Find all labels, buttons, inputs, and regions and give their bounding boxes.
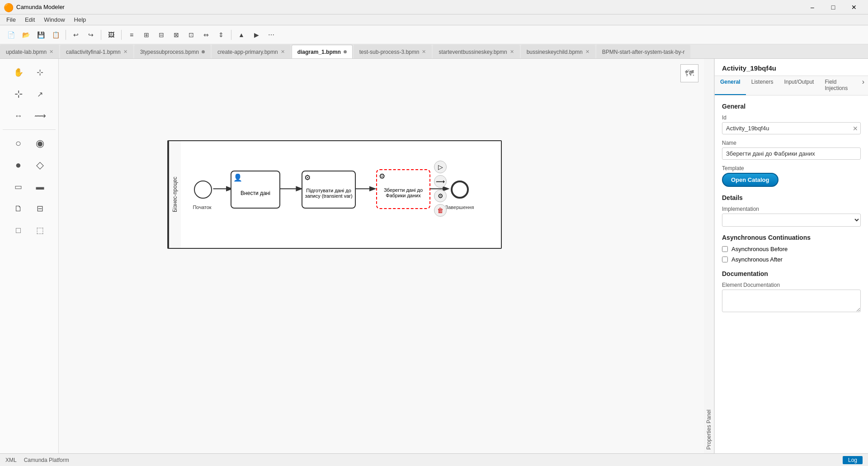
- element-doc-textarea[interactable]: [722, 290, 861, 312]
- prop-tab-listeners[interactable]: Listeners: [746, 76, 779, 95]
- implementation-select[interactable]: Delegate Expression Expression External …: [722, 214, 861, 227]
- id-clear-button[interactable]: ✕: [853, 125, 858, 132]
- prop-tab-more[interactable]: ›: [859, 76, 868, 95]
- close-tab-bussines[interactable]: ✕: [585, 49, 590, 55]
- ctx-connect[interactable]: ⟿: [434, 175, 447, 188]
- tab-startevt[interactable]: starteventbussineskey.bpmn ✕: [433, 45, 519, 58]
- close-tab-test-sub[interactable]: ✕: [422, 49, 426, 55]
- menu-window[interactable]: Window: [39, 15, 69, 24]
- end-event[interactable]: [451, 181, 469, 199]
- align-left-button[interactable]: ⊞: [139, 28, 154, 42]
- save-as-button[interactable]: 📋: [48, 28, 63, 42]
- async-after-row: Asynchronous After: [722, 256, 861, 263]
- prop-tab-general[interactable]: General: [715, 76, 746, 95]
- tab-bpmn-start[interactable]: BPMN-start-after-system-task-by-r: [596, 45, 691, 58]
- redo-button[interactable]: ↪: [84, 28, 98, 42]
- task-vnesty[interactable]: 👤 Внести дані: [231, 171, 280, 209]
- menu-help[interactable]: Help: [70, 15, 91, 24]
- canvas[interactable]: 🗺 Бізнес-процес: [59, 59, 704, 453]
- ctx-delete[interactable]: 🗑: [434, 204, 447, 217]
- tab-update-lab[interactable]: update-lab.bpmn ✕: [0, 45, 59, 58]
- run-button[interactable]: ▶: [249, 28, 264, 42]
- select-tool[interactable]: ⊹: [30, 62, 50, 82]
- properties-tabs: General Listeners Input/Output Field Inj…: [715, 76, 868, 95]
- lasso-tool[interactable]: ⊹: [9, 84, 28, 104]
- undo-button[interactable]: ↩: [69, 28, 83, 42]
- properties-panel: Activity_19bqf4u General Listeners Input…: [714, 59, 868, 453]
- task-icon-service2: ⚙: [304, 173, 311, 182]
- close-tab-startevt[interactable]: ✕: [510, 49, 514, 55]
- name-input[interactable]: [722, 147, 861, 160]
- statusbar-right: Log: [843, 456, 863, 464]
- async-after-checkbox[interactable]: [722, 257, 728, 262]
- create-diamond-tool[interactable]: ◇: [30, 155, 50, 175]
- tab-3types[interactable]: 3typessubprocess.bpmn: [134, 45, 211, 58]
- task-zberegty[interactable]: ⚙ Зберегти дані до Фабрики даних: [376, 169, 430, 209]
- close-tab-update-lab[interactable]: ✕: [49, 49, 53, 55]
- create-rounded-rect-tool[interactable]: ▭: [9, 177, 28, 197]
- general-section-title: General: [722, 103, 861, 110]
- close-button[interactable]: ✕: [844, 0, 864, 14]
- menubar: File Edit Window Help: [0, 14, 868, 25]
- template-label: Template: [722, 165, 861, 171]
- task3-label: Зберегти дані до Фабрики даних: [379, 187, 428, 198]
- image-export-button[interactable]: 🖼: [104, 28, 118, 42]
- template-field: Template Open Catalog: [722, 165, 861, 187]
- new-button[interactable]: 📄: [4, 28, 18, 42]
- save-button[interactable]: 💾: [33, 28, 48, 42]
- canvas-content: 🗺 Бізнес-процес: [59, 59, 704, 453]
- minimap[interactable]: 🗺: [680, 64, 698, 82]
- tab-diagram1[interactable]: diagram_1.bpmn: [292, 45, 353, 58]
- open-button[interactable]: 📂: [19, 28, 33, 42]
- properties-panel-label[interactable]: Properties Panel: [704, 59, 714, 453]
- properties-title: Activity_19bqf4u: [715, 59, 868, 76]
- minimize-button[interactable]: –: [802, 0, 823, 14]
- create-circle-tool[interactable]: ○: [9, 133, 28, 153]
- hand-tool[interactable]: ✋: [9, 62, 28, 82]
- menu-edit[interactable]: Edit: [20, 15, 39, 24]
- space-h-button[interactable]: ⇔: [199, 28, 213, 42]
- create-rect-tool[interactable]: □: [9, 220, 28, 240]
- create-dashed-rect-tool[interactable]: ⬚: [30, 220, 50, 240]
- context-actions: ▷ ⟿ ⚙ 🗑: [434, 161, 447, 217]
- async-before-checkbox[interactable]: [722, 246, 728, 252]
- space-v-button[interactable]: ⇕: [214, 28, 228, 42]
- tab-bussines[interactable]: bussineskeychild.bpmn ✕: [521, 45, 595, 58]
- align-center-button[interactable]: ⊟: [154, 28, 169, 42]
- deploy-button[interactable]: ▲: [234, 28, 249, 42]
- global-connect-tool[interactable]: ⟿: [30, 106, 50, 126]
- align-button[interactable]: ≡: [124, 28, 139, 42]
- menu-file[interactable]: File: [2, 15, 20, 24]
- distribute-h-button[interactable]: ⊠: [169, 28, 184, 42]
- tab-create-app[interactable]: create-app-primary.bpmn ✕: [212, 45, 291, 58]
- create-thick-circle-tool[interactable]: ◉: [30, 133, 50, 153]
- create-cylinder-tool[interactable]: ⊟: [30, 199, 50, 219]
- task-pidgotuvaty[interactable]: ⚙ Підготувати дані до запису (transient …: [302, 171, 356, 209]
- id-input[interactable]: [722, 122, 861, 134]
- connect-tool[interactable]: ↗: [30, 84, 50, 104]
- open-catalog-button[interactable]: Open Catalog: [722, 173, 778, 187]
- create-thick-rect-tool[interactable]: ▬: [30, 177, 50, 197]
- close-tab-callactivity[interactable]: ✕: [123, 49, 127, 55]
- id-input-wrapper: ✕: [722, 122, 861, 134]
- close-tab-create-app[interactable]: ✕: [281, 49, 285, 55]
- docs-section-title: Documentation: [722, 270, 861, 277]
- task-icon-service3: ⚙: [379, 172, 385, 181]
- ctx-change-type[interactable]: ⚙: [434, 190, 447, 202]
- start-event[interactable]: [194, 181, 212, 199]
- tab-callactivity[interactable]: callactivityfinal-1.bpmn ✕: [60, 45, 133, 58]
- distribute-v-button[interactable]: ⊡: [184, 28, 198, 42]
- ctx-append[interactable]: ▷: [434, 161, 447, 173]
- tab-test-sub[interactable]: test-sub-process-3.bpmn ✕: [354, 45, 432, 58]
- create-doc-tool[interactable]: 🗋: [9, 199, 28, 219]
- create-bold-circle-tool[interactable]: ●: [9, 155, 28, 175]
- xml-label[interactable]: XML: [5, 457, 17, 463]
- space-tool[interactable]: ↔: [9, 106, 28, 126]
- maximize-button[interactable]: □: [823, 0, 844, 14]
- prop-tab-input-output[interactable]: Input/Output: [778, 76, 819, 95]
- pool-label: Бізнес-процес: [168, 141, 181, 248]
- prop-tab-field-injections[interactable]: Field Injections: [819, 76, 858, 95]
- more-button[interactable]: ⋯: [264, 28, 278, 42]
- log-button[interactable]: Log: [843, 456, 863, 464]
- titlebar: 🟠 Camunda Modeler – □ ✕: [0, 0, 868, 14]
